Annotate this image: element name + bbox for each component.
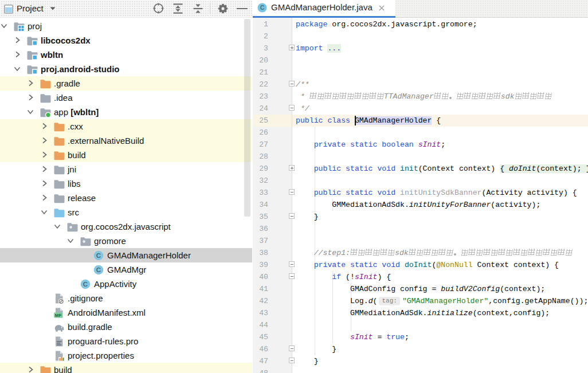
svg-text:C: C — [96, 266, 101, 273]
svg-text:C: C — [83, 281, 88, 288]
svg-text:C: C — [96, 252, 101, 259]
svg-text:MF: MF — [55, 313, 62, 318]
svg-text:C: C — [260, 4, 265, 11]
